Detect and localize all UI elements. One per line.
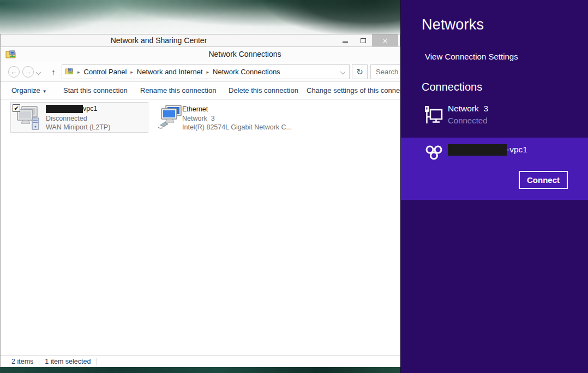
rename-connection-button[interactable]: Rename this connection xyxy=(140,86,216,94)
desktop-wallpaper-top xyxy=(0,0,400,34)
redacted-name xyxy=(46,105,83,113)
redacted-name xyxy=(448,144,507,156)
list-item-ethernet[interactable]: Ethernet Network 3 Intel(R) 82574L Gigab… xyxy=(155,102,292,133)
network-sharing-center-title: Network and Sharing Center xyxy=(71,36,246,45)
page-title: Network Connections xyxy=(163,50,327,58)
up-button[interactable]: ↑ xyxy=(47,66,59,78)
status-bar: 2 items 1 item selected xyxy=(1,355,400,367)
statusbar-divider xyxy=(39,358,39,365)
row-text: -vpc1 xyxy=(448,144,527,156)
connection-device: WAN Miniport (L2TP) xyxy=(46,123,110,131)
connection-status: Disconnected xyxy=(46,115,110,122)
statusbar-divider xyxy=(96,358,97,365)
chevron-down-icon xyxy=(36,70,41,75)
network-connections-titlebar: Network Connections xyxy=(1,47,400,62)
network-row-wired[interactable]: Network 3 Connected xyxy=(401,103,588,134)
maximize-icon xyxy=(361,38,366,43)
maximize-button[interactable] xyxy=(355,34,371,46)
command-toolbar: Organize▼ Start this connection Rename t… xyxy=(1,82,400,100)
minimize-icon xyxy=(343,42,348,43)
item-text: Ethernet Network 3 Intel(R) 82574L Gigab… xyxy=(182,105,292,131)
vpn-name: -vpc1 xyxy=(448,144,527,156)
check-icon: ✔ xyxy=(14,105,19,111)
back-icon: ← xyxy=(10,68,17,76)
network-row-vpn-selected[interactable]: -vpc1 Connect xyxy=(401,138,588,200)
items-count: 2 items xyxy=(11,358,33,365)
connection-device: Intel(R) 82574L Gigabit Network C... xyxy=(182,123,292,131)
refresh-button[interactable]: ↻ xyxy=(352,64,368,79)
items-selected: 1 item selected xyxy=(45,358,91,365)
connection-name: Ethernet xyxy=(182,105,292,113)
panel-title: Networks xyxy=(422,16,484,33)
breadcrumb-network-and-internet[interactable]: Network and Internet xyxy=(137,68,203,76)
back-button[interactable]: ← xyxy=(8,66,20,78)
change-settings-button[interactable]: Change settings of this connectio xyxy=(307,86,400,94)
connection-name: vpc1 xyxy=(46,105,110,113)
close-icon: × xyxy=(383,36,388,45)
list-item-vpn-connection[interactable]: ✔ vpc1 Disconnected WAN Miniport (L2TP xyxy=(10,102,148,133)
start-connection-button[interactable]: Start this connection xyxy=(63,86,128,94)
connections-section-header: Connections xyxy=(422,81,482,93)
forward-icon: → xyxy=(25,68,32,76)
breadcrumb-control-panel[interactable]: Control Panel xyxy=(84,68,127,76)
organize-menu-button[interactable]: Organize▼ xyxy=(11,86,47,94)
breadcrumb-network-connections[interactable]: Network Connections xyxy=(213,68,280,76)
wired-network-icon xyxy=(424,105,443,129)
address-bar[interactable]: ▸ Control Panel ▸ Network and Internet ▸… xyxy=(62,64,350,79)
breadcrumb-separator-icon: ▸ xyxy=(130,69,133,75)
minimize-button[interactable] xyxy=(337,34,354,46)
connect-button[interactable]: Connect xyxy=(519,171,568,189)
desktop-wallpaper-bottom xyxy=(0,367,400,373)
refresh-icon: ↻ xyxy=(356,67,363,76)
network-sharing-center-titlebar: Network and Sharing Center × xyxy=(0,34,400,46)
view-connection-settings-link[interactable]: View Connection Settings xyxy=(425,52,518,61)
row-text: Network 3 Connected xyxy=(448,104,488,125)
chevron-down-icon: ▼ xyxy=(43,89,47,94)
network-name: Network 3 xyxy=(448,104,488,114)
address-dropdown[interactable] xyxy=(341,70,345,74)
item-checkbox[interactable]: ✔ xyxy=(13,104,20,112)
breadcrumb-separator-icon: ▸ xyxy=(77,69,80,75)
close-button[interactable]: × xyxy=(372,34,398,46)
up-icon: ↑ xyxy=(51,67,56,76)
forward-button[interactable]: → xyxy=(22,66,34,78)
navigation-bar: ← → ↑ ▸ Control Panel ▸ Network and Inte… xyxy=(1,62,400,82)
network-connections-window: Network Connections ← → ↑ ▸ Control Pane… xyxy=(0,46,400,367)
vpn-icon xyxy=(424,144,445,166)
connections-list: ✔ vpc1 Disconnected WAN Miniport (L2TP xyxy=(1,100,400,356)
network-connections-app-icon xyxy=(5,49,16,62)
recent-pages-dropdown[interactable] xyxy=(37,70,41,75)
delete-connection-button[interactable]: Delete this connection xyxy=(229,86,298,94)
chevron-down-icon xyxy=(340,69,346,75)
item-text: vpc1 Disconnected WAN Miniport (L2TP) xyxy=(46,105,110,131)
address-location-icon xyxy=(65,67,74,78)
breadcrumb-separator-icon: ▸ xyxy=(207,69,209,75)
networks-flyout-panel: Networks View Connection Settings Connec… xyxy=(400,0,588,373)
connection-status: Network 3 xyxy=(182,115,292,122)
network-status: Connected xyxy=(448,116,488,125)
